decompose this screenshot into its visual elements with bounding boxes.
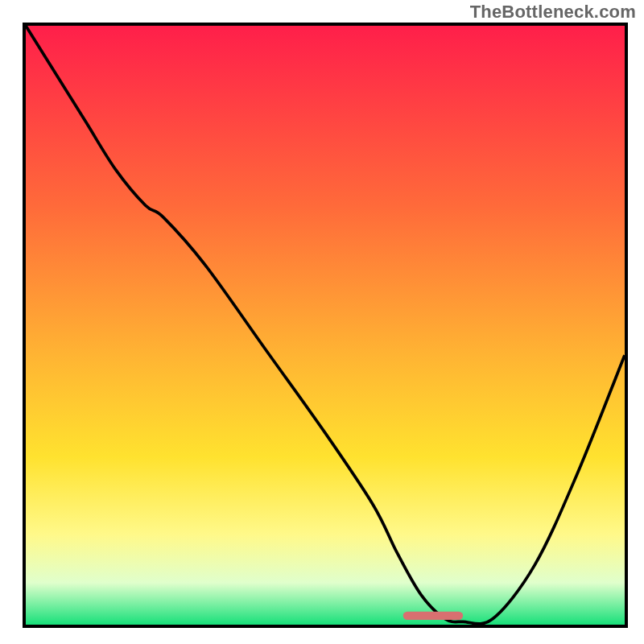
optimal-marker [403,612,463,620]
gradient-background [26,26,625,625]
watermark-text: TheBottleneck.com [470,2,636,23]
plot-frame [23,23,628,628]
plot-svg [26,26,625,625]
chart-stage: TheBottleneck.com [0,0,644,644]
